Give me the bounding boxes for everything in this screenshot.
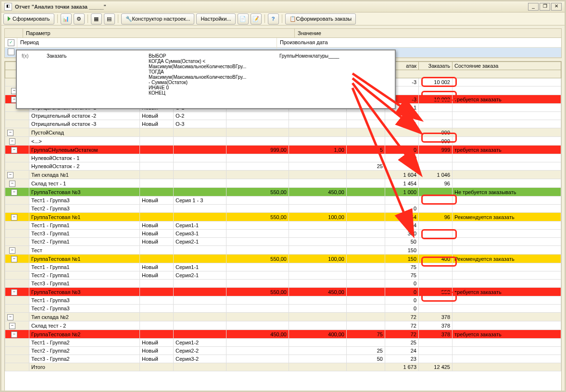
- cell: [419, 221, 453, 230]
- collapse-icon[interactable]: −: [9, 181, 15, 187]
- icon-btn-6[interactable]: 📝: [251, 13, 262, 24]
- cell: Новый: [140, 271, 174, 280]
- table-row[interactable]: Отрицательный остаток -3НовыйО-3-1: [5, 120, 561, 128]
- cell: [226, 313, 289, 321]
- constructor-button[interactable]: 🔧 Конструктор настроек...: [121, 13, 195, 24]
- cell: 0: [385, 162, 419, 171]
- table-row[interactable]: Тест1 - Группа3НовыйСерия 1 - 3: [5, 196, 561, 205]
- cell: [347, 339, 385, 347]
- form-button[interactable]: Сформировать: [3, 13, 54, 24]
- cell: [419, 347, 453, 355]
- table-row[interactable]: −ГруппаТестовая №2450,00400,007572378тре…: [5, 330, 561, 339]
- cell: [347, 296, 385, 305]
- cell: [347, 188, 385, 196]
- cell: [289, 339, 347, 347]
- table-row[interactable]: −ГруппаТестовая №3550,00450,000550требуе…: [5, 288, 561, 296]
- table-row[interactable]: Тест1 - Группа30: [5, 296, 561, 305]
- table-row[interactable]: Тест2 - Группа30: [5, 305, 561, 313]
- cell: 550,00: [226, 213, 289, 221]
- table-row[interactable]: Тест3 - Группа1НовыйСерия3-1300: [5, 230, 561, 238]
- cell: 50: [347, 355, 385, 363]
- table-row[interactable]: −<...>999: [5, 137, 561, 146]
- cell: [347, 363, 385, 371]
- table-row[interactable]: −ПустойСклад999: [5, 128, 561, 137]
- checkbox-icon[interactable]: ✓: [8, 39, 14, 46]
- collapse-icon[interactable]: −: [11, 214, 17, 220]
- close-button[interactable]: ✕: [551, 3, 562, 11]
- cell: 300: [385, 230, 419, 238]
- table-row[interactable]: −Склад тест - 11 45496: [5, 179, 561, 188]
- table-row[interactable]: Тест3 - Группа10: [5, 280, 561, 288]
- cell: [453, 363, 561, 371]
- form-orders-button[interactable]: 📋 Сформировать заказы: [285, 13, 356, 24]
- cell: [140, 171, 174, 179]
- cell: [226, 263, 289, 271]
- table-row[interactable]: Тест2 - Группа2НовыйСерия2-22524: [5, 347, 561, 355]
- table-row[interactable]: Тест1 - Группа2НовыйСерия1-225: [5, 339, 561, 347]
- cell: [289, 205, 347, 213]
- report-area[interactable]: атак Заказать Состояние заказа -310 002−…: [4, 61, 562, 392]
- icon-btn-4[interactable]: ▤: [104, 13, 115, 24]
- cell: [347, 238, 385, 246]
- cell: [226, 128, 289, 137]
- collapse-icon[interactable]: −: [11, 147, 17, 153]
- table-row[interactable]: Тест1 - Группа1НовыйСерия1-175: [5, 263, 561, 271]
- collapse-icon[interactable]: −: [9, 247, 15, 254]
- table-row[interactable]: Тест2 - Группа1НовыйСерия2-175: [5, 271, 561, 280]
- table-row[interactable]: −Тип склада №11 6041 046: [5, 171, 561, 179]
- collapse-icon[interactable]: −: [7, 130, 13, 136]
- minimize-button[interactable]: _: [528, 3, 539, 11]
- cell: [453, 104, 561, 112]
- collapse-icon[interactable]: −: [7, 172, 13, 178]
- cell: [289, 246, 347, 255]
- help-button[interactable]: ?: [268, 13, 279, 24]
- collapse-icon[interactable]: −: [11, 331, 17, 338]
- table-row[interactable]: Тест2 - Группа30: [5, 205, 561, 213]
- collapse-icon[interactable]: −: [11, 256, 17, 262]
- table-row[interactable]: −Тест150: [5, 246, 561, 255]
- cell: [226, 238, 289, 246]
- formula-overlay[interactable]: f(x) Заказать ВЫБОР КОГДА Сумма(Остаток)…: [16, 49, 396, 109]
- table-row[interactable]: −Тип склада №272378: [5, 313, 561, 321]
- icon-btn-3[interactable]: ▦: [91, 13, 102, 24]
- table-row[interactable]: НулевойОстаток - 10: [5, 154, 561, 162]
- params-row-period[interactable]: ✓ Период Произвольная дата: [5, 38, 561, 48]
- cell: [226, 355, 289, 363]
- params-hdr-value: Значение: [295, 29, 561, 37]
- icon-btn-2[interactable]: ⚙: [74, 13, 85, 24]
- cell: [347, 288, 385, 296]
- table-row[interactable]: −ГруппаСНулевымОстатком999,001,0050999тр…: [5, 146, 561, 154]
- cell: [419, 263, 453, 271]
- collapse-icon[interactable]: −: [11, 189, 17, 196]
- maximize-button[interactable]: ❐: [540, 3, 550, 11]
- cell: [453, 246, 561, 255]
- cell: требуется заказать: [453, 288, 561, 296]
- table-row[interactable]: −ГруппаТестовая №1550,00100,00150400Реко…: [5, 255, 561, 263]
- cell: [419, 296, 453, 305]
- table-row[interactable]: Тест1 - Группа1НовыйСерия1-1104: [5, 221, 561, 230]
- checkbox-icon[interactable]: [8, 49, 14, 55]
- table-row[interactable]: Итого1 67312 425: [5, 363, 561, 371]
- table-row[interactable]: Тест3 - Группа2НовыйСерия3-25023: [5, 355, 561, 363]
- collapse-icon[interactable]: −: [11, 289, 17, 295]
- icon-btn-5[interactable]: 📄: [238, 13, 249, 24]
- titlebar[interactable]: ◧ Отчет "Анализ точки заказа _____" _ ❐ …: [1, 1, 565, 12]
- app-icon: ◧: [4, 3, 12, 11]
- cell: 999: [419, 128, 453, 137]
- table-row[interactable]: −Склад тест - 272378: [5, 321, 561, 330]
- table-row[interactable]: НулевойОстаток - 2250: [5, 162, 561, 171]
- collapse-icon[interactable]: −: [7, 314, 13, 320]
- table-row[interactable]: Отрицательный остаток -2НовыйО-2-1: [5, 112, 561, 120]
- collapse-icon[interactable]: −: [9, 138, 15, 145]
- table-row[interactable]: Тест2 - Группа1НовыйСерия2-150: [5, 238, 561, 246]
- cell: [347, 171, 385, 179]
- cell: Рекомендуется заказать: [453, 255, 561, 263]
- table-row[interactable]: −ГруппаТестовая №1550,00100,0045496Реком…: [5, 213, 561, 221]
- cell: 378: [419, 330, 453, 339]
- cell: Новый: [140, 196, 174, 205]
- collapse-icon[interactable]: −: [9, 323, 15, 329]
- cell: [347, 313, 385, 321]
- icon-btn-1[interactable]: 📊: [61, 13, 72, 24]
- settings-button[interactable]: Настройки...: [196, 13, 235, 24]
- table-row[interactable]: −ГруппаТестовая №3550,00450,001 000Не тр…: [5, 188, 561, 196]
